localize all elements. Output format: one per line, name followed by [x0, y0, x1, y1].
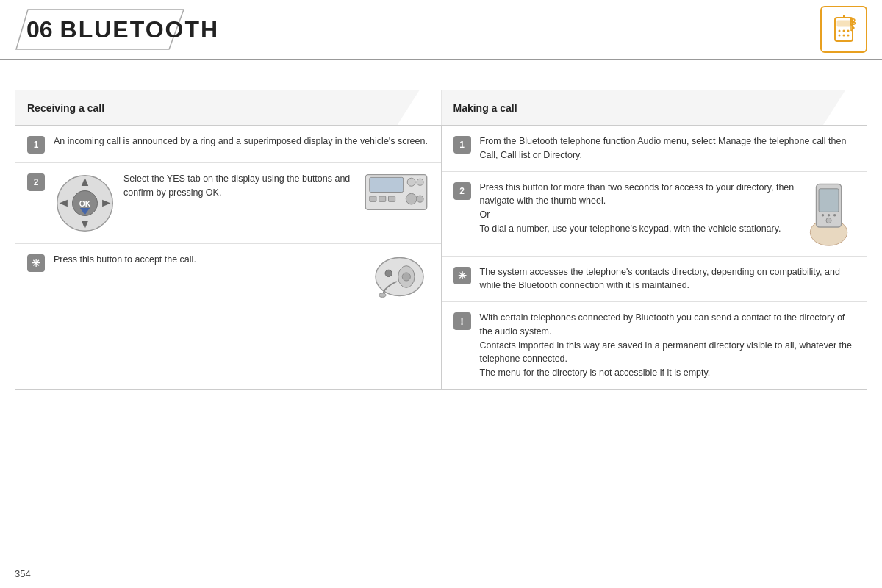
svg-rect-25	[369, 196, 376, 201]
svg-point-40	[822, 214, 825, 217]
left-step-star: ✳ Press this button to accept the call.	[15, 244, 441, 309]
right-step-2-text: Press this button for more than two seco…	[480, 181, 797, 236]
right-step-1: 1 From the Bluetooth telephone function …	[442, 126, 867, 172]
svg-point-28	[406, 193, 417, 204]
svg-point-3	[839, 30, 841, 32]
right-col-header: Making a call	[442, 90, 867, 126]
right-column: Making a call 1 From the Bluetooth telep…	[442, 90, 867, 389]
right-step-star: ✳ The system accesses the telephone's co…	[442, 257, 867, 303]
step-badge-2: 2	[27, 173, 45, 191]
left-col-header: Receiving a call	[15, 90, 441, 126]
step-2-content: OK Select the YES tab on	[54, 172, 429, 234]
step-badge-1: 1	[27, 136, 45, 154]
right-step-exclaim-text: With certain telephones connected by Blu…	[480, 311, 856, 380]
svg-point-42	[833, 214, 836, 217]
page-number: 354	[15, 568, 31, 579]
right-step-badge-exclaim: !	[453, 312, 471, 330]
svg-marker-35	[822, 90, 867, 125]
left-column: Receiving a call 1 An incoming call is a…	[15, 90, 442, 389]
svg-text:OK: OK	[79, 200, 91, 208]
svg-point-39	[826, 218, 831, 223]
svg-rect-22	[369, 177, 403, 192]
right-step-1-text: From the Bluetooth telephone function Au…	[480, 135, 856, 162]
page-header: 06 BLUETOOTH B	[0, 0, 882, 60]
header-slash-right	[822, 90, 867, 125]
svg-rect-9	[837, 21, 850, 26]
svg-point-32	[402, 273, 410, 281]
step-star-text: Press this button to accept the call.	[54, 253, 363, 267]
left-step-2: 2 OK	[15, 163, 441, 244]
right-step-star-text: The system accesses the telephone's cont…	[480, 265, 856, 293]
chapter-icon: B	[820, 6, 867, 53]
svg-rect-38	[819, 188, 839, 212]
svg-point-8	[847, 35, 850, 37]
right-col-title: Making a call	[453, 102, 517, 114]
svg-point-34	[385, 270, 392, 276]
svg-rect-26	[379, 196, 385, 201]
page-content: Receiving a call 1 An incoming call is a…	[0, 60, 882, 397]
right-step-2-content: Press this button for more than two seco…	[480, 181, 856, 247]
svg-marker-12	[397, 90, 441, 125]
phone-illustration	[803, 181, 855, 247]
bluetooth-phone-svg: B	[828, 13, 860, 46]
chapter-title-area: 06 BLUETOOTH	[15, 8, 191, 51]
svg-point-24	[416, 179, 423, 185]
svg-point-33	[379, 293, 385, 298]
right-step-2: 2 Press this button for more than two se…	[442, 172, 867, 257]
svg-point-23	[407, 178, 415, 186]
svg-point-4	[843, 30, 845, 32]
stereo-illustration	[363, 172, 429, 212]
svg-point-6	[839, 35, 841, 37]
right-step-badge-star: ✳	[453, 267, 471, 284]
svg-point-29	[416, 196, 423, 202]
step-star-content: Press this button to accept the call.	[54, 253, 429, 301]
left-step-1: 1 An incoming call is announced by a rin…	[15, 126, 441, 163]
nav-control-illustration: OK	[54, 172, 116, 234]
header-slash-left	[397, 90, 441, 125]
svg-point-5	[847, 30, 850, 32]
step-2-text: Select the YES tab on the display using …	[123, 172, 356, 200]
chapter-title: BLUETOOTH	[60, 16, 220, 43]
svg-point-41	[828, 214, 831, 217]
right-step-badge-2: 2	[453, 182, 471, 200]
svg-point-7	[843, 35, 845, 37]
two-column-layout: Receiving a call 1 An incoming call is a…	[15, 90, 867, 390]
right-step-badge-1: 1	[453, 136, 471, 154]
step-1-text: An incoming call is announced by a ring …	[54, 135, 429, 148]
right-step-exclaim: ! With certain telephones connected by B…	[442, 302, 867, 389]
chapter-number: 06	[26, 16, 53, 43]
step-badge-star: ✳	[27, 254, 45, 272]
svg-rect-27	[388, 196, 395, 201]
left-col-title: Receiving a call	[27, 102, 104, 114]
headset-illustration	[370, 253, 429, 301]
